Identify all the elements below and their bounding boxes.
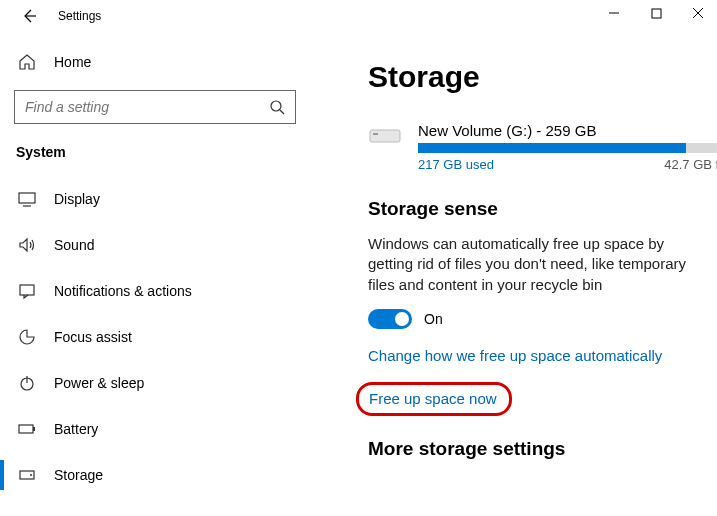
drive-icon xyxy=(368,124,402,148)
svg-rect-6 xyxy=(19,193,35,203)
nav-label: Storage xyxy=(54,467,103,483)
svg-rect-1 xyxy=(652,9,661,18)
nav-label: Display xyxy=(54,191,100,207)
maximize-button[interactable] xyxy=(647,4,665,22)
volume-row[interactable]: New Volume (G:) - 259 GB 217 GB used 42.… xyxy=(368,122,695,172)
storage-sense-toggle[interactable] xyxy=(368,309,412,329)
home-icon xyxy=(18,53,36,71)
highlight-annotation: Free up space now xyxy=(356,382,512,416)
nav-label: Sound xyxy=(54,237,94,253)
svg-rect-11 xyxy=(19,425,33,433)
nav-item-power[interactable]: Power & sleep xyxy=(0,360,310,406)
svg-rect-16 xyxy=(373,133,378,135)
link-change-free-up[interactable]: Change how we free up space automaticall… xyxy=(368,347,662,364)
nav-label: Power & sleep xyxy=(54,375,144,391)
nav-item-focus[interactable]: Focus assist xyxy=(0,314,310,360)
minimize-button[interactable] xyxy=(605,4,623,22)
storage-sense-title: Storage sense xyxy=(368,198,695,220)
power-icon xyxy=(18,374,36,392)
battery-icon xyxy=(18,420,36,438)
content-pane: Storage New Volume (G:) - 259 GB 217 GB … xyxy=(310,32,717,516)
svg-line-5 xyxy=(280,110,284,114)
volume-name: New Volume (G:) - 259 GB xyxy=(418,122,717,139)
sound-icon xyxy=(18,236,36,254)
close-button[interactable] xyxy=(689,4,707,22)
nav-label: Notifications & actions xyxy=(54,283,192,299)
toggle-label: On xyxy=(424,311,443,327)
nav-item-display[interactable]: Display xyxy=(0,176,310,222)
nav-label: Focus assist xyxy=(54,329,132,345)
home-label: Home xyxy=(54,54,91,70)
section-label: System xyxy=(14,144,296,160)
focus-icon xyxy=(18,328,36,346)
nav-label: Battery xyxy=(54,421,98,437)
sidebar: Home System Display Sound xyxy=(0,32,310,516)
volume-info: New Volume (G:) - 259 GB 217 GB used 42.… xyxy=(418,122,717,172)
back-button[interactable] xyxy=(18,5,40,27)
search-icon xyxy=(269,99,285,115)
svg-point-14 xyxy=(30,474,32,476)
link-free-up-now[interactable]: Free up space now xyxy=(369,390,497,407)
storage-sense-desc: Windows can automatically free up space … xyxy=(368,234,695,295)
home-nav[interactable]: Home xyxy=(14,44,296,80)
nav-item-battery[interactable]: Battery xyxy=(0,406,310,452)
storage-bar xyxy=(418,143,717,153)
storage-icon xyxy=(18,466,36,484)
window-controls xyxy=(605,4,707,22)
nav-item-sound[interactable]: Sound xyxy=(0,222,310,268)
page-title: Storage xyxy=(368,60,695,94)
search-box[interactable] xyxy=(14,90,296,124)
nav-list: Display Sound Notifications & actions Fo… xyxy=(0,176,310,498)
free-label: 42.7 GB free xyxy=(664,157,717,172)
nav-item-storage[interactable]: Storage xyxy=(0,452,310,498)
display-icon xyxy=(18,190,36,208)
notifications-icon xyxy=(18,282,36,300)
svg-rect-12 xyxy=(33,427,35,431)
more-storage-title: More storage settings xyxy=(368,438,695,460)
svg-point-4 xyxy=(271,101,281,111)
used-label[interactable]: 217 GB used xyxy=(418,157,494,172)
window-title: Settings xyxy=(58,9,101,23)
storage-bar-fill xyxy=(418,143,686,153)
nav-item-notifications[interactable]: Notifications & actions xyxy=(0,268,310,314)
search-input[interactable] xyxy=(25,99,269,115)
svg-rect-8 xyxy=(20,285,34,295)
svg-rect-15 xyxy=(370,130,400,142)
